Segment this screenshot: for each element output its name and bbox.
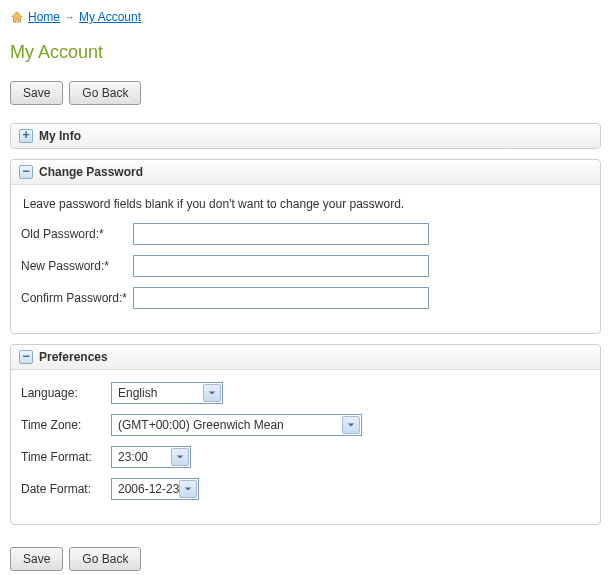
chevron-down-icon <box>203 384 221 402</box>
new-password-input[interactable] <box>133 255 429 277</box>
section-preferences: − Preferences Language: English Time Zon… <box>10 344 601 525</box>
home-icon <box>10 10 24 24</box>
time-format-select[interactable]: 23:00 <box>111 446 191 468</box>
date-format-label: Date Format: <box>21 482 111 496</box>
section-header-my-info: + My Info <box>11 124 600 148</box>
new-password-label: New Password:* <box>21 259 133 273</box>
collapse-icon[interactable]: − <box>19 165 33 179</box>
section-my-info: + My Info <box>10 123 601 149</box>
collapse-icon[interactable]: − <box>19 350 33 364</box>
old-password-label: Old Password:* <box>21 227 133 241</box>
section-title: Change Password <box>39 165 143 179</box>
section-header-change-password: − Change Password <box>11 160 600 185</box>
breadcrumb-home-link[interactable]: Home <box>28 10 60 24</box>
date-format-select[interactable]: 2006-12-23 <box>111 478 199 500</box>
go-back-button[interactable]: Go Back <box>69 547 141 571</box>
timezone-select[interactable]: (GMT+00:00) Greenwich Mean <box>111 414 362 436</box>
timezone-label: Time Zone: <box>21 418 111 432</box>
language-select[interactable]: English <box>111 382 223 404</box>
section-title: My Info <box>39 129 81 143</box>
timezone-value: (GMT+00:00) Greenwich Mean <box>112 415 308 435</box>
breadcrumb-current-link[interactable]: My Account <box>79 10 141 24</box>
save-button[interactable]: Save <box>10 81 63 105</box>
time-format-label: Time Format: <box>21 450 111 464</box>
chevron-down-icon <box>171 448 189 466</box>
password-helper-text: Leave password fields blank if you don't… <box>23 197 590 211</box>
page-title: My Account <box>10 42 601 63</box>
chevron-down-icon <box>179 480 197 498</box>
go-back-button[interactable]: Go Back <box>69 81 141 105</box>
breadcrumb-arrow-icon: → <box>64 11 75 23</box>
breadcrumb: Home → My Account <box>10 10 601 24</box>
bottom-action-row: Save Go Back <box>10 547 601 571</box>
top-action-row: Save Go Back <box>10 81 601 105</box>
confirm-password-input[interactable] <box>133 287 429 309</box>
section-change-password: − Change Password Leave password fields … <box>10 159 601 334</box>
section-header-preferences: − Preferences <box>11 345 600 370</box>
language-value: English <box>112 383 181 403</box>
language-label: Language: <box>21 386 111 400</box>
time-format-value: 23:00 <box>112 447 172 467</box>
section-title: Preferences <box>39 350 108 364</box>
expand-icon[interactable]: + <box>19 129 33 143</box>
save-button[interactable]: Save <box>10 547 63 571</box>
chevron-down-icon <box>342 416 360 434</box>
confirm-password-label: Confirm Password:* <box>21 291 133 305</box>
old-password-input[interactable] <box>133 223 429 245</box>
